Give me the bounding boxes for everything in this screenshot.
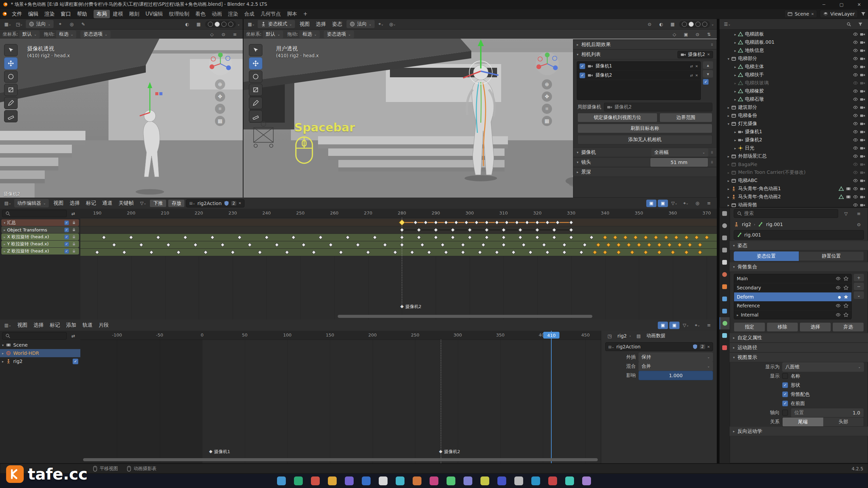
keyframe[interactable]: [647, 243, 651, 247]
hide-viewport-eye-icon[interactable]: [853, 40, 858, 45]
keyframe[interactable]: [383, 243, 387, 247]
outliner-item[interactable]: ▾电梯部分: [721, 55, 868, 63]
keyframe[interactable]: [451, 235, 455, 240]
ik-panel-header[interactable]: ▸反向运动学: [730, 426, 868, 436]
outliner-item[interactable]: ▸电梯石墩: [721, 95, 868, 103]
transform-pivot-dropdown[interactable]: 默认⌄: [263, 30, 283, 38]
display-as-dropdown[interactable]: 八面锥⌄: [782, 362, 864, 372]
scene-selector[interactable]: Scene ✕: [784, 10, 817, 18]
disable-render-camera-icon[interactable]: [860, 162, 865, 167]
keyframe[interactable]: [417, 235, 421, 240]
keyframe[interactable]: [518, 235, 523, 240]
channel-fcurve[interactable]: ▸X 欧拉旋转 (head.x)✓: [1, 233, 79, 240]
bone-collection-row[interactable]: Secondary: [734, 283, 851, 292]
disclosure-icon[interactable]: ▸: [4, 235, 5, 239]
shading-material-icon[interactable]: [221, 22, 226, 27]
menu-文件[interactable]: 文件: [9, 10, 25, 18]
proportional-edit-icon[interactable]: ◎⌄: [388, 20, 398, 28]
keyframe[interactable]: [356, 243, 360, 247]
outliner-item[interactable]: ▸电梯踏板.001: [721, 38, 868, 46]
overlay-toggle-icon[interactable]: ◐: [182, 20, 192, 28]
disclosure-icon[interactable]: ▸: [728, 187, 729, 191]
keyframe[interactable]: [495, 220, 499, 225]
disable-render-camera-icon[interactable]: [860, 113, 865, 118]
properties-tab-modifiers[interactable]: [719, 293, 730, 305]
outliner-item[interactable]: ▸日光: [721, 144, 868, 152]
camera-enabled-checkbox[interactable]: ✓: [579, 73, 585, 78]
browse-action-icon[interactable]: ▤⌄: [608, 345, 614, 349]
hide-viewport-eye-icon[interactable]: [853, 202, 858, 208]
snap-magnet-icon[interactable]: ⌖⌄: [376, 20, 386, 28]
only-selected-toggle-icon[interactable]: ▣: [646, 200, 656, 207]
viewport-left[interactable]: ▦⌄ ◳⌄ 法向⌄ ⌖ ◎ ✎ ◐ ▦ ⌄ 坐标系: 默认⌄ 拖动: 框选⌄ 姿…: [0, 19, 243, 198]
shading-dropdown-icon[interactable]: ⌄: [237, 22, 240, 26]
workspace-tab-雕刻[interactable]: 雕刻: [126, 10, 142, 18]
keyframe[interactable]: [312, 250, 316, 255]
taskbar-app-icon-1[interactable]: [277, 476, 286, 485]
editor-type-icon[interactable]: ▦⌄: [246, 20, 256, 28]
keyframe[interactable]: [684, 235, 689, 240]
workspace-tab-动画[interactable]: 动画: [209, 10, 225, 18]
disable-render-camera-icon[interactable]: [860, 170, 865, 175]
camera-remove-icon[interactable]: ✕: [695, 64, 698, 68]
outliner-item[interactable]: ▸Merlin Toon Carrier(不要修改): [721, 168, 868, 177]
viewport-menu-选择[interactable]: 选择: [313, 20, 329, 28]
visible-eye-icon[interactable]: [835, 303, 841, 308]
overlay-icon[interactable]: ≡: [704, 200, 714, 207]
keyframe[interactable]: [529, 250, 533, 255]
shading-mode-switch[interactable]: [205, 21, 236, 28]
keyframe[interactable]: [579, 250, 584, 255]
keyframe[interactable]: [275, 243, 279, 247]
disclosure-icon[interactable]: ▸: [728, 155, 729, 158]
keyframe[interactable]: [420, 243, 425, 247]
keyframe[interactable]: [318, 235, 323, 240]
disable-render-camera-icon[interactable]: [860, 56, 865, 61]
camera-swap-icon[interactable]: ⇄: [690, 64, 693, 68]
bone-collection-button-选择[interactable]: 选择: [800, 322, 831, 332]
keyframe[interactable]: [156, 235, 160, 240]
outliner-item[interactable]: ▸马头青年-角色动画2: [721, 193, 868, 201]
drag-mode-dropdown[interactable]: 框选⌄: [56, 30, 76, 38]
disclosure-icon[interactable]: ▸: [2, 351, 4, 355]
disclosure-icon[interactable]: ▸: [4, 242, 5, 246]
unlink-action-icon[interactable]: ✕: [707, 345, 710, 349]
shading-solid-icon[interactable]: [215, 22, 220, 27]
scale-tool[interactable]: [249, 84, 262, 96]
shading-rendered-icon[interactable]: [702, 22, 707, 27]
hide-viewport-eye-icon[interactable]: [853, 154, 858, 159]
keyframe[interactable]: [302, 243, 306, 247]
sensor-fit-dropdown[interactable]: 全画幅⌄: [651, 148, 708, 157]
drag-mode-dropdown[interactable]: 框选⌄: [299, 30, 320, 38]
dope-menu-关键帧[interactable]: 关键帧: [115, 199, 137, 207]
camera-enabled-checkbox[interactable]: ✓: [579, 63, 585, 69]
nla-menu-标记[interactable]: 标记: [47, 321, 63, 329]
key-area[interactable]: 1902002102202302402502602702802903003103…: [80, 209, 717, 320]
outliner-item[interactable]: ▸电梯主体: [721, 63, 868, 71]
keyframe[interactable]: [562, 250, 567, 255]
keyframe[interactable]: [258, 250, 262, 255]
keyframe[interactable]: [122, 250, 126, 255]
taskbar-app-icon-3[interactable]: [311, 476, 320, 485]
workspace-tab-几何节点[interactable]: 几何节点: [257, 10, 284, 18]
keyframe[interactable]: [461, 243, 465, 247]
camera-fx-panel-header[interactable]: ▸相机后期效果⁞⁞: [573, 40, 716, 49]
disclosure-icon[interactable]: ▸: [734, 89, 736, 93]
xray-toggle-icon[interactable]: ▦: [668, 20, 678, 28]
invert-filter-icon[interactable]: ⇄: [68, 210, 78, 217]
filter-dropdown-icon[interactable]: ▽⌄: [138, 200, 148, 207]
keyframe[interactable]: [657, 243, 662, 247]
keyframe[interactable]: [569, 228, 573, 232]
snap-edge-icon[interactable]: ▣: [681, 30, 691, 38]
disable-render-camera-icon[interactable]: [860, 40, 865, 45]
overlay-icon[interactable]: ≡: [704, 322, 714, 329]
influence-slider[interactable]: 1.000: [638, 371, 713, 380]
dof-panel-header[interactable]: ▸景深: [573, 167, 716, 177]
snap-dropdown-icon[interactable]: ⌖⌄: [692, 322, 703, 329]
action-datablock-field[interactable]: ▤⌄ rig2Action 2 ✕: [605, 342, 713, 351]
options-icon[interactable]: ≡: [854, 210, 864, 217]
keyframe[interactable]: [485, 235, 489, 240]
outliner-item[interactable]: ▸摄像机2: [721, 136, 868, 144]
workspace-tab-合成[interactable]: 合成: [241, 10, 257, 18]
disclosure-icon[interactable]: ▸: [737, 313, 738, 317]
keyframe[interactable]: [454, 220, 458, 225]
